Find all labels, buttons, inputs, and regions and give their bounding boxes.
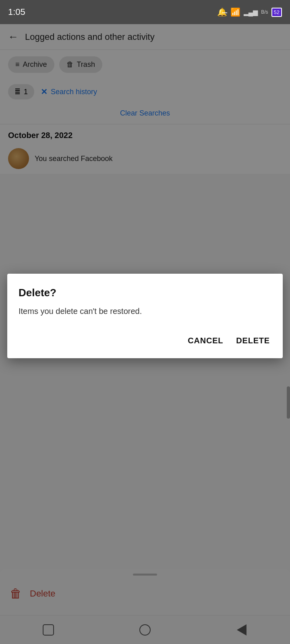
- dialog-message: Items you delete can't be restored.: [19, 305, 271, 317]
- signal-icon: ▂▄▆: [244, 8, 258, 16]
- status-time: 1:05: [8, 7, 25, 17]
- mute-icon: 🔔̶: [217, 7, 227, 17]
- cancel-button[interactable]: CANCEL: [186, 333, 225, 349]
- wifi-icon: 📶: [230, 7, 240, 17]
- main-content: ← Logged actions and other activity ≡ Ar…: [0, 24, 290, 644]
- dialog-title: Delete?: [19, 287, 271, 299]
- data-speed: B/s: [261, 9, 268, 15]
- status-icons: 🔔̶ 📶 ▂▄▆ B/s 52: [217, 7, 282, 17]
- battery-icon: 52: [271, 8, 282, 17]
- status-bar: 1:05 🔔̶ 📶 ▂▄▆ B/s 52: [0, 0, 290, 24]
- delete-button[interactable]: DELETE: [234, 333, 271, 349]
- delete-dialog: Delete? Items you delete can't be restor…: [7, 274, 283, 358]
- dialog-actions: CANCEL DELETE: [19, 333, 271, 349]
